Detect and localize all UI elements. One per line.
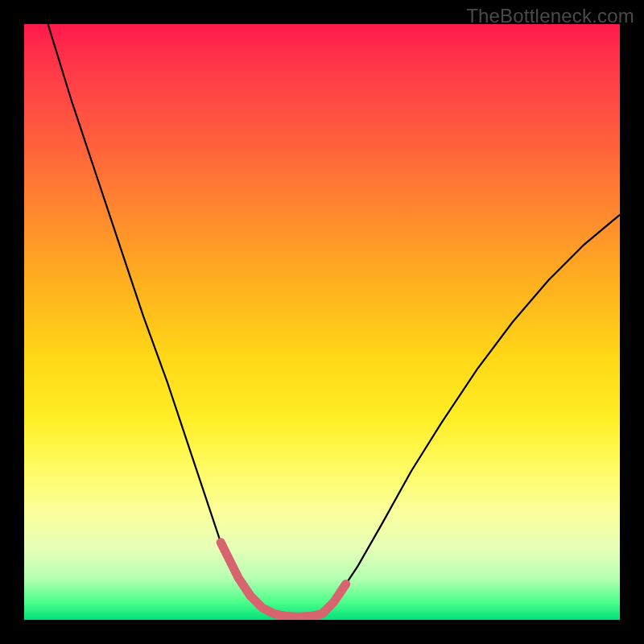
plot-area [24,24,620,620]
curve-layer [24,24,620,620]
bottleneck-curve [48,24,620,617]
valley-marker [221,543,345,617]
chart-frame: TheBottleneck.com [0,0,644,644]
watermark-text: TheBottleneck.com [466,5,634,27]
